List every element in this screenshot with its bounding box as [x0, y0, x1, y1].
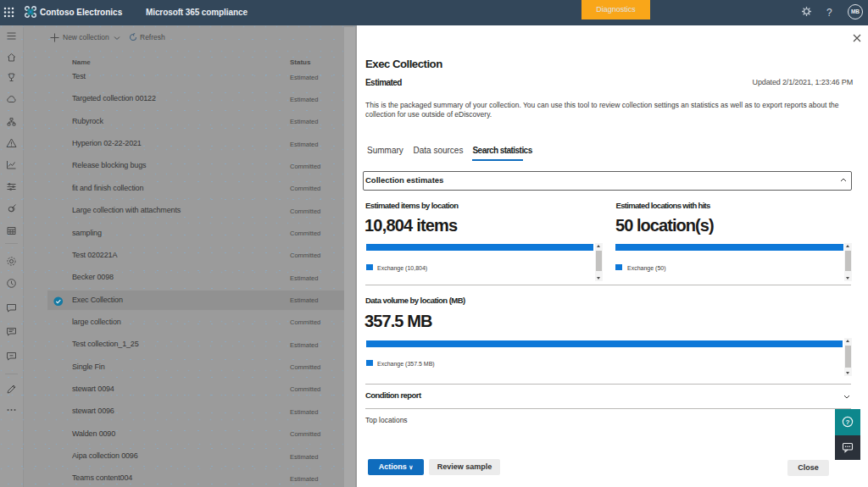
svg-text:?: ?	[846, 418, 850, 426]
